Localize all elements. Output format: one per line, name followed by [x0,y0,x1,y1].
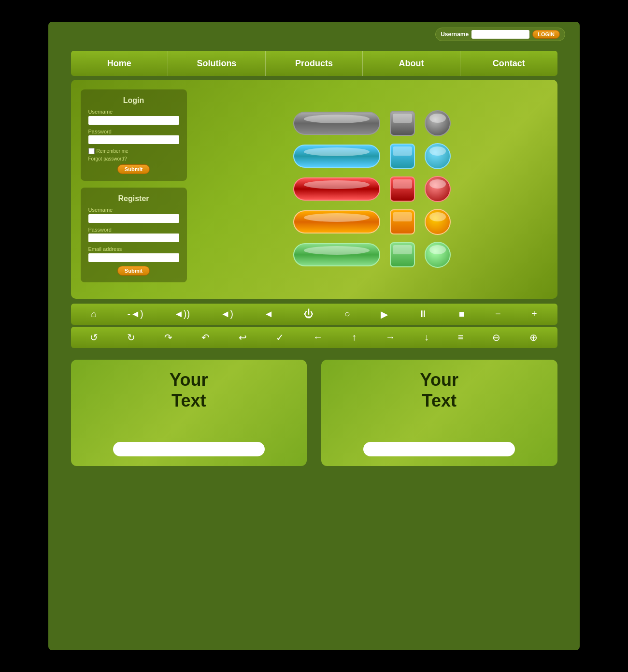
pause-icon[interactable]: ⏸ [416,307,430,321]
register-form: Register Username Password Email address… [81,188,187,282]
login-username-label: Username [88,109,179,115]
square-button-red[interactable] [390,176,415,202]
register-title: Register [88,194,179,203]
sound-low-icon[interactable]: -◄) [126,307,145,321]
zoom-out-icon[interactable]: ⊖ [490,331,502,344]
stop-icon[interactable]: ■ [457,307,467,321]
register-submit-button[interactable]: Submit [117,266,150,276]
pill-button-orange[interactable] [293,210,380,234]
undo-icon[interactable]: ↩ [237,331,249,344]
rotate-left-icon[interactable]: ↶ [200,331,212,344]
remember-me-label: Remember me [97,148,128,154]
square-button-blue[interactable] [390,144,415,169]
power-icon[interactable]: ⏻ [302,307,315,321]
sound-medium-icon[interactable]: ◄)) [172,307,192,321]
register-username-label: Username [88,207,179,213]
sound-off-icon[interactable]: ◄ [262,307,275,321]
nav-item-contact[interactable]: Contact [460,51,557,76]
rotate-ccw-icon[interactable]: ↻ [125,331,137,344]
pill-button-gray[interactable] [293,112,380,135]
square-button-green[interactable] [390,242,415,267]
card-2: Your Text [321,360,557,466]
login-form: Login Username Password Remember me Forg… [81,89,187,181]
login-password-input[interactable] [88,135,179,144]
login-username-input[interactable] [88,116,179,125]
circle-button-blue[interactable] [425,143,451,169]
square-button-gray[interactable] [390,111,415,136]
play-icon[interactable]: ▶ [379,307,390,321]
main-content: Login Username Password Remember me Forg… [71,80,557,299]
login-bar-input[interactable] [471,30,529,39]
button-row-orange [293,209,451,235]
button-row-green [293,242,451,268]
register-username-input[interactable] [88,214,179,223]
login-password-label: Password [88,129,179,134]
card-2-text: Your Text [420,369,458,411]
card-1-text: Your Text [170,369,208,411]
arrow-right-icon[interactable]: → [384,331,397,344]
record-icon[interactable]: ○ [343,307,352,321]
outer-wrapper: Username LOGIN Home Solutions Products A… [48,22,580,650]
circle-button-orange[interactable] [425,209,451,235]
card-2-input[interactable] [363,442,515,456]
pill-button-red[interactable] [293,177,380,201]
toolbar-row-1: ⌂ -◄) ◄)) ◄) ◄ ⏻ ○ ▶ ⏸ ■ − + [71,304,557,325]
square-button-orange[interactable] [390,209,415,234]
button-row-blue [293,143,451,169]
button-row-gray [293,110,451,136]
login-button[interactable]: LOGIN [532,30,560,39]
remember-me-row: Remember me [88,148,179,154]
login-bar-label: Username [441,31,469,38]
home-icon[interactable]: ⌂ [89,307,99,321]
circle-button-red[interactable] [425,176,451,202]
nav-item-products[interactable]: Products [266,51,363,76]
button-row-red [293,176,451,202]
circle-button-green[interactable] [425,242,451,268]
register-email-label: Email address [88,246,179,252]
register-email-input[interactable] [88,253,179,262]
toolbar-row-2: ↺ ↻ ↷ ↶ ↩ ✓ ← ↑ → ↓ ≡ ⊖ ⊕ [71,327,557,348]
arrow-left-icon[interactable]: ← [311,331,325,344]
toolbar-section: ⌂ -◄) ◄)) ◄) ◄ ⏻ ○ ▶ ⏸ ■ − + ↺ ↻ ↷ ↶ ↩ ✓… [71,304,557,350]
pill-button-green[interactable] [293,243,380,266]
login-title: Login [88,96,179,105]
sound-mute-icon[interactable]: ◄) [218,307,235,321]
zoom-in-icon[interactable]: ⊕ [528,331,540,344]
nav-item-about[interactable]: About [363,51,460,76]
register-password-label: Password [88,227,179,233]
circle-button-gray[interactable] [425,110,451,136]
pill-button-blue[interactable] [293,145,380,168]
minus-icon[interactable]: − [493,307,503,321]
card-1-input[interactable] [113,442,265,456]
login-bar: Username LOGIN [435,28,565,41]
bottom-cards: Your Text Your Text [71,360,557,466]
rotate-cw-icon[interactable]: ↺ [88,331,100,344]
remember-me-checkbox[interactable] [88,148,95,154]
login-submit-button[interactable]: Submit [117,164,150,174]
nav-item-solutions[interactable]: Solutions [168,51,266,76]
forms-side: Login Username Password Remember me Forg… [81,89,187,289]
list-icon[interactable]: ≡ [456,331,466,344]
plus-icon[interactable]: + [529,307,539,321]
buttons-showcase [197,89,548,289]
arrow-down-icon[interactable]: ↓ [422,331,431,344]
rotate-right-icon[interactable]: ↷ [162,331,174,344]
card-1: Your Text [71,360,307,466]
nav-bar: Home Solutions Products About Contact [71,51,557,76]
arrow-up-icon[interactable]: ↑ [350,331,358,344]
check-icon[interactable]: ✓ [274,331,286,344]
forgot-password-link[interactable]: Forgot password? [88,156,179,161]
nav-item-home[interactable]: Home [71,51,169,76]
register-password-input[interactable] [88,234,179,242]
